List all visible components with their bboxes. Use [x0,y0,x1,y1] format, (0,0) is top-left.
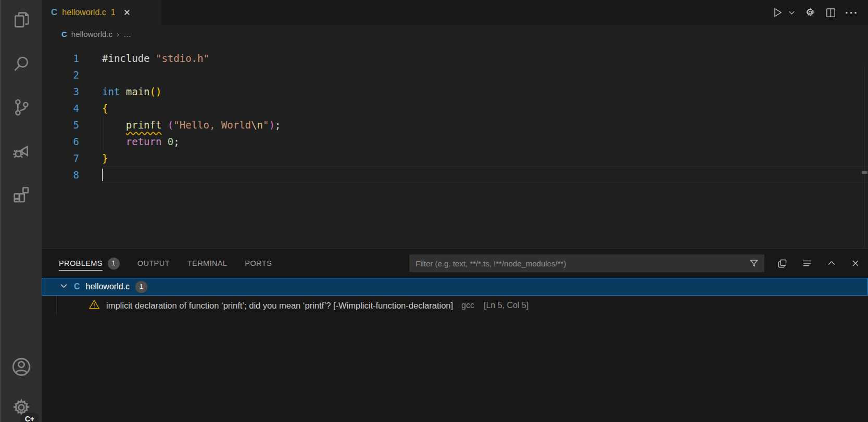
explorer-icon[interactable] [10,8,33,31]
editor-tab-bar: C helloworld.c 1 ✕ [42,0,868,25]
panel-tab-label: PROBLEMS [59,259,103,271]
code-token: " [263,119,269,131]
activity-bar: C+ [0,0,42,422]
line-number: 6 [42,133,79,150]
code-line-content[interactable]: #include "stdio.h" [102,50,868,67]
split-editor-icon[interactable] [825,7,837,19]
line-number: 8 [42,167,79,183]
editor-area: C helloworld.c 1 ✕ [42,0,868,248]
line-number: 1 [42,50,79,67]
close-tab-icon[interactable]: ✕ [123,7,131,18]
line-number: 3 [42,83,79,100]
tab-problem-count: 1 [111,8,116,17]
code-token: "stdio.h" [156,53,209,64]
line-number: 4 [42,100,79,117]
code-token: 0 [168,136,173,147]
code-token: { [102,103,108,114]
view-mode-icon[interactable] [777,258,788,269]
panel-tabs: PROBLEMS1OUTPUTTERMINALPORTS [59,249,272,278]
problem-source: gcc [461,301,474,310]
panel-tab-output[interactable]: OUTPUT [137,249,170,278]
problems-file-row[interactable]: C helloworld.c 1 [42,278,868,296]
account-icon[interactable] [10,355,33,378]
breadcrumb[interactable]: C helloworld.c › … [42,25,868,43]
code-line[interactable]: 5 prinft ("Hello, World\n"); [42,117,868,133]
code-line[interactable]: 7} [42,150,868,167]
code-token: "Hello, World [173,119,251,131]
bottom-panel: PROBLEMS1OUTPUTTERMINALPORTS [42,248,868,422]
run-debug-icon[interactable] [10,139,33,162]
code-line-content[interactable]: int main() [102,83,868,100]
line-number: 5 [42,117,79,133]
problem-location: [Ln 5, Col 5] [484,301,529,310]
settings-gear-icon[interactable]: C+ [10,396,33,419]
editor-actions: ··· [771,0,868,25]
breadcrumb-file[interactable]: helloworld.c [71,30,112,39]
close-panel-icon[interactable] [850,258,861,268]
code-line-content[interactable]: return 0; [102,133,868,150]
code-line-content[interactable]: } [102,150,868,167]
panel-tab-ports[interactable]: PORTS [245,249,272,278]
code-token: main [126,86,150,97]
code-line-content[interactable] [102,67,868,83]
extensions-icon[interactable] [10,183,33,206]
code-editor[interactable]: 1#include "stdio.h"23int main()4{5 prinf… [42,43,868,248]
maximize-panel-icon[interactable] [826,258,837,268]
filter-input[interactable] [416,259,749,268]
code-line[interactable]: 2 [42,67,868,83]
code-token: int [102,86,120,97]
vscode-window: C+ C helloworld.c 1 ✕ [0,0,868,422]
line-number: 2 [42,67,79,83]
code-token: \n [251,119,263,131]
tab-label: helloworld.c [62,8,106,17]
problem-message: implicit declaration of function ‘prinft… [106,301,453,311]
code-line[interactable]: 3int main() [42,83,868,100]
ellipsis-icon[interactable]: ··· [845,7,859,19]
problems-filter[interactable] [409,254,764,272]
code-line-content[interactable] [102,167,868,183]
code-line-content[interactable]: { [102,100,868,117]
panel-tab-label: PORTS [245,259,272,267]
panel-header: PROBLEMS1OUTPUTTERMINALPORTS [42,249,868,278]
code-token: ; [173,136,179,147]
chevron-down-icon[interactable] [59,282,68,292]
run-icon[interactable] [771,6,784,19]
chevron-down-icon[interactable] [788,9,796,17]
scrollbar-marker [862,171,867,174]
breadcrumb-more[interactable]: … [123,30,131,39]
settings-gear-icon[interactable] [804,6,816,19]
problems-file-name: helloworld.c [86,282,130,291]
line-number: 7 [42,150,79,167]
code-token: } [102,152,108,164]
code-token [102,119,126,131]
problems-count-badge: 1 [135,281,147,293]
code-token: ; [275,119,281,131]
search-icon[interactable] [10,52,33,75]
settings-badge: C+ [20,413,39,422]
code-token: ( [168,119,173,131]
code-line-content[interactable]: prinft ("Hello, World\n"); [102,117,868,133]
code-token [102,136,126,147]
filter-funnel-icon[interactable] [749,258,759,268]
code-line[interactable]: 8 [42,167,868,183]
tab-helloworld[interactable]: C helloworld.c 1 ✕ [42,0,161,25]
code-line[interactable]: 1#include "stdio.h" [42,50,868,67]
code-token: #include [102,53,156,64]
source-control-icon[interactable] [10,96,33,119]
code-token [120,86,125,97]
collapse-all-icon[interactable] [801,258,813,269]
code-line[interactable]: 4{ [42,100,868,117]
chevron-right-icon: › [117,30,119,39]
warning-icon [89,299,100,312]
panel-tab-terminal[interactable]: TERMINAL [187,249,228,278]
c-file-icon: C [51,7,57,18]
c-file-icon: C [74,282,80,291]
panel-tab-label: OUTPUT [137,259,170,267]
overview-ruler[interactable] [864,66,865,248]
panel-tab-problems[interactable]: PROBLEMS1 [59,249,120,278]
code-token: prinft [126,119,162,131]
code-token: ) [269,119,274,131]
code-line[interactable]: 6 return 0; [42,133,868,150]
problem-row[interactable]: implicit declaration of function ‘prinft… [42,296,868,315]
panel-tab-badge: 1 [108,258,120,270]
